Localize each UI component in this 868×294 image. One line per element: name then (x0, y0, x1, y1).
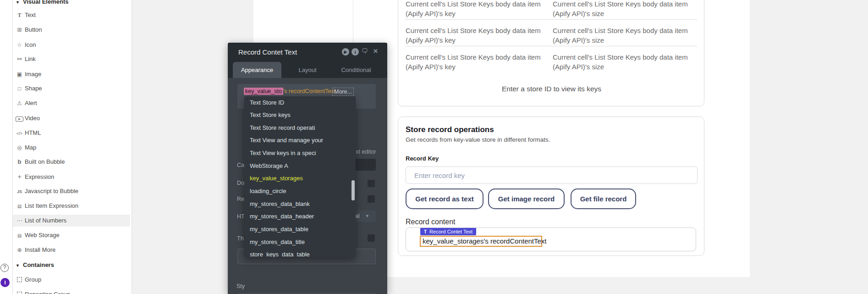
chevron-down-icon: ▼ (365, 211, 369, 222)
record-content-group[interactable]: TRecord Contet Text key_value_storages's… (406, 227, 696, 251)
play-icon[interactable]: ▶ (342, 48, 349, 55)
store-keys-card: Current cell's List Store Keys body data… (398, 0, 704, 106)
expression-tail[interactable]: 's recordContentText (283, 88, 335, 94)
sidebar-item-list-item-expression[interactable]: ▤List Item Expression (13, 200, 130, 212)
sidebar-item-repeating-group[interactable]: Repeating Group (13, 288, 130, 294)
image-icon: ▣ (16, 68, 23, 80)
bubble-editor: Current cell's List Store Keys body data… (0, 0, 868, 294)
dropdown-option[interactable]: my_stores_data_title (250, 239, 305, 247)
expression-more-button[interactable]: More... (332, 88, 354, 96)
panel-title: Record Contet Text (238, 48, 297, 56)
style-label-fragment: Sty (236, 283, 245, 289)
dropdown-scrollbar[interactable] (352, 180, 355, 200)
size-cell: Current cell's List Store Keys body data… (553, 26, 704, 45)
button-icon: ⊞ (16, 24, 23, 36)
help-icon[interactable]: ? (0, 264, 9, 272)
expression-suggestion-dropdown: Text Store ID Text Store keys Text Store… (244, 96, 356, 257)
store-record-operations-card: Store record operations Get records from… (398, 116, 704, 256)
field-label-fragment: Ca (237, 162, 244, 168)
link-icon: ⚯ (16, 53, 23, 65)
dropdown-option[interactable]: store_keys_data_table (250, 251, 310, 257)
sidebar-item-list-of-numbers[interactable]: ⋯List of Numbers (13, 215, 130, 227)
sidebar-item-button[interactable]: ⊞Button (13, 24, 130, 36)
alert-icon: ⚠ (16, 97, 23, 109)
get-image-record-button[interactable]: Get image record (488, 189, 565, 209)
clipboard-icon: ▤ (16, 200, 23, 212)
sidebar-item-shape[interactable]: □Shape (13, 83, 130, 94)
row-divider (405, 46, 697, 46)
sidebar-item-text[interactable]: TText (13, 9, 130, 21)
dropdown-option[interactable]: Text Store keys (250, 111, 291, 120)
sidebar-item-web-storage[interactable]: ▤Web Storage (13, 229, 130, 241)
sidebar-item-video[interactable]: ▸Video (13, 112, 130, 124)
size-cell: Current cell's List Store Keys body data… (553, 52, 704, 72)
record-key-label: Record Key (406, 155, 439, 162)
dropdown-option[interactable]: Text View and manage your (250, 137, 323, 145)
video-icon: ▸ (16, 116, 23, 122)
record-content-label: Record content (406, 218, 456, 226)
app-gutter (0, 0, 13, 294)
rich-text-editor-link-fragment[interactable]: xt editor (356, 149, 376, 155)
get-record-as-text-button[interactable]: Get record as text (406, 189, 483, 209)
card-title: Store record operations (406, 125, 494, 134)
dropdown-option[interactable]: Text Store record operati (250, 124, 315, 133)
dropdown-option[interactable]: Text View keys in a speci (250, 150, 316, 158)
checkbox[interactable] (368, 180, 375, 187)
sidebar-item-map[interactable]: ◎Map (13, 142, 130, 154)
html-icon: </> (16, 128, 23, 139)
chevron-down-icon: ▼ (16, 0, 23, 5)
tab-conditional[interactable]: Conditional (332, 62, 380, 78)
dropdown-option[interactable]: Text Store ID (250, 99, 284, 107)
dropdown-option-highlighted[interactable]: key_value_storages (250, 175, 303, 183)
selected-text-element[interactable]: key_value_storages's recordContentText (420, 236, 542, 247)
field-label-fragment: Do (237, 180, 244, 186)
bubble-icon: b (16, 156, 23, 168)
sidebar-item-install-more[interactable]: ⊕Install More (13, 244, 130, 256)
dropdown-option[interactable]: my_stores_data_header (250, 213, 314, 221)
text-element-icon: T (424, 229, 427, 234)
empty-state-hint: Enter a store ID to view its keys (398, 85, 705, 93)
dropdown-option[interactable]: my_stores_data_table (250, 226, 308, 234)
checkbox[interactable] (368, 195, 375, 203)
size-cell: Current cell's List Store Keys body data… (553, 0, 704, 18)
card-subtitle: Get records from key-value store in diff… (406, 136, 550, 143)
record-key-input[interactable] (406, 166, 698, 184)
row-divider (405, 19, 697, 20)
panel-tabs: Appearance Layout Conditional (228, 62, 387, 78)
sidebar-item-alert[interactable]: ⚠Alert (13, 97, 130, 109)
sidebar-item-link[interactable]: ⚯Link (13, 53, 130, 65)
key-cell: Current cell's List Store Keys body data… (406, 52, 557, 72)
sidebar-item-icon[interactable]: ☆Icon (13, 39, 130, 51)
panel-header[interactable]: Record Contet Text ▶ i 🗨 ✕ (228, 43, 387, 62)
shape-icon: □ (16, 83, 23, 94)
comment-icon[interactable]: 🗨 (362, 47, 368, 55)
field-label-fragment: Th (237, 235, 244, 242)
info-icon[interactable]: i (352, 48, 359, 55)
text-icon: T (16, 9, 23, 21)
avatar[interactable]: I (0, 278, 10, 287)
install-more-icon: ⊕ (16, 244, 23, 256)
dropdown-option[interactable]: my_stores_data_blank (250, 200, 310, 209)
sidebar-item-built-on-bubble[interactable]: bBuilt on Bubble (13, 156, 130, 168)
tab-appearance[interactable]: Appearance (233, 62, 281, 78)
sidebar-item-group[interactable]: Group (13, 274, 130, 286)
plus-icon: + (16, 171, 23, 183)
section-visual-elements[interactable]: ▼Visual Elements (16, 0, 130, 6)
close-icon[interactable]: ✕ (373, 48, 378, 55)
elements-sidebar: ▼Visual Elements TText ⊞Button ☆Icon ⚯Li… (13, 0, 132, 294)
dropdown-option[interactable]: WebStorage A (250, 162, 288, 171)
sidebar-item-html[interactable]: </>HTML (13, 127, 130, 139)
section-containers[interactable]: ▼Containers (16, 261, 130, 270)
checkbox[interactable] (368, 234, 375, 242)
dropdown-option[interactable]: loading_circle (250, 188, 286, 196)
get-file-record-button[interactable]: Get file record (571, 189, 636, 209)
js-icon: JS (16, 186, 23, 198)
selected-element-badge: TRecord Contet Text (420, 227, 476, 235)
ellipsis-icon: ⋯ (16, 215, 23, 227)
sidebar-item-expression[interactable]: +Expression (13, 171, 130, 183)
sidebar-item-javascript-to-bubble[interactable]: JSJavascript to Bubble (13, 185, 130, 197)
chevron-down-icon: ▼ (16, 263, 23, 268)
expression-token-selected[interactable]: key_value_sto (244, 88, 283, 95)
tab-layout[interactable]: Layout (283, 62, 332, 78)
sidebar-item-image[interactable]: ▣Image (13, 68, 130, 80)
